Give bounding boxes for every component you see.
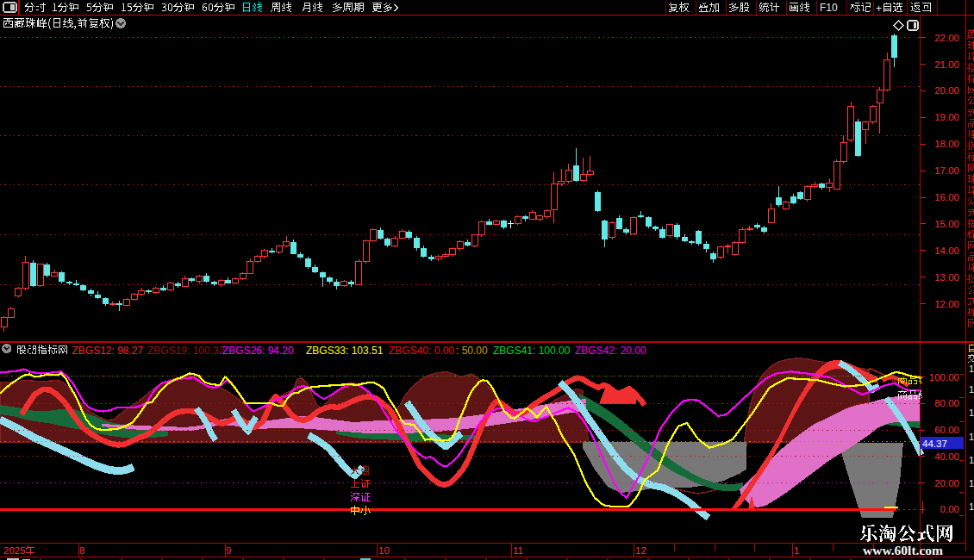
svg-text:1: 1	[969, 501, 974, 512]
svg-text:15.00: 15.00	[934, 219, 959, 229]
svg-text:20.00: 20.00	[934, 85, 959, 96]
svg-text:11: 11	[513, 545, 523, 556]
svg-text:12.00: 12.00	[934, 299, 959, 309]
svg-text:F10: F10	[820, 2, 838, 14]
svg-text:1: 1	[969, 364, 974, 374]
svg-text:0.00: 0.00	[940, 504, 959, 514]
svg-text:40.00: 40.00	[934, 451, 959, 462]
svg-text:10: 10	[378, 545, 390, 556]
svg-text:ZBGS12: 98.27: ZBGS12: 98.27	[72, 345, 144, 357]
svg-text:8: 8	[79, 545, 84, 556]
svg-text:1: 1	[969, 455, 974, 465]
svg-text:ZBGS42: 20.00: ZBGS42: 20.00	[575, 345, 646, 357]
svg-text:12: 12	[635, 545, 646, 556]
svg-text:80.00: 80.00	[934, 398, 959, 408]
svg-text:19.00: 19.00	[934, 112, 959, 122]
svg-text:18.00: 18.00	[934, 139, 959, 149]
svg-text:16.00: 16.00	[934, 192, 959, 202]
svg-text:ZBGS41: 100.00: ZBGS41: 100.00	[493, 345, 571, 357]
svg-text:100.00: 100.00	[929, 372, 959, 383]
svg-text:ZBGS26: 94.20: ZBGS26: 94.20	[222, 345, 294, 357]
svg-text:+: +	[876, 3, 882, 15]
svg-text:www.60lt.com: www.60lt.com	[863, 543, 943, 557]
svg-text:1: 1	[969, 432, 974, 442]
svg-text:20.00: 20.00	[934, 478, 959, 488]
svg-text:1: 1	[969, 478, 974, 488]
svg-text:22.00: 22.00	[934, 33, 959, 43]
svg-text:1: 1	[969, 384, 974, 395]
svg-text:21.00: 21.00	[934, 59, 959, 70]
svg-text:ZBGS33: 103.51: ZBGS33: 103.51	[306, 345, 384, 357]
svg-text:13.00: 13.00	[934, 272, 959, 283]
svg-text:14.00: 14.00	[934, 246, 959, 256]
svg-text:ZBGS19: 100.32: ZBGS19: 100.32	[147, 345, 225, 357]
svg-text:1: 1	[969, 408, 974, 418]
svg-text:44.37: 44.37	[922, 439, 947, 449]
svg-text:17.00: 17.00	[934, 165, 959, 176]
svg-text:1: 1	[794, 545, 799, 556]
svg-text:2025: 2025	[3, 545, 26, 556]
svg-text:ZBGS40: 0.00: ZBGS40: 0.00	[389, 345, 454, 357]
svg-text:60.00: 60.00	[934, 425, 959, 435]
svg-text:9: 9	[226, 545, 231, 556]
svg-text:: 50.00: : 50.00	[456, 345, 488, 357]
